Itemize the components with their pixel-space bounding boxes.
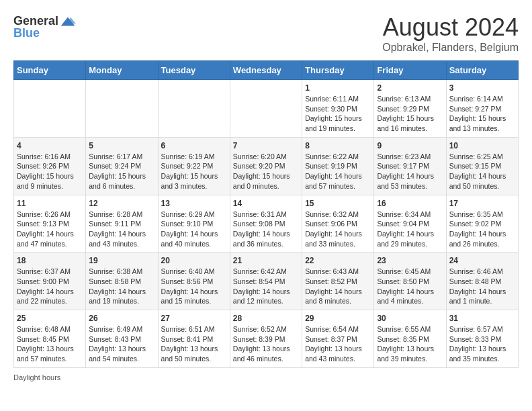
day-number: 2 (377, 83, 443, 93)
day-content: Sunrise: 6:16 AM Sunset: 9:26 PM Dayligh… (17, 152, 83, 191)
footer-text: Daylight hours (13, 373, 60, 381)
calendar-cell: 7Sunrise: 6:20 AM Sunset: 9:20 PM Daylig… (230, 137, 302, 195)
day-content: Sunrise: 6:22 AM Sunset: 9:19 PM Dayligh… (305, 152, 371, 191)
day-content: Sunrise: 6:42 AM Sunset: 8:54 PM Dayligh… (233, 267, 299, 306)
day-content: Sunrise: 6:38 AM Sunset: 8:58 PM Dayligh… (89, 267, 154, 306)
week-row-3: 11Sunrise: 6:26 AM Sunset: 9:13 PM Dayli… (14, 195, 519, 253)
calendar-cell: 20Sunrise: 6:40 AM Sunset: 8:56 PM Dayli… (158, 253, 230, 310)
day-content: Sunrise: 6:35 AM Sunset: 9:02 PM Dayligh… (449, 210, 515, 249)
day-number: 28 (233, 314, 299, 323)
day-content: Sunrise: 6:32 AM Sunset: 9:06 PM Dayligh… (305, 210, 371, 249)
day-content: Sunrise: 6:37 AM Sunset: 9:00 PM Dayligh… (17, 267, 83, 306)
day-content: Sunrise: 6:57 AM Sunset: 8:33 PM Dayligh… (449, 324, 515, 364)
calendar-cell: 9Sunrise: 6:23 AM Sunset: 9:17 PM Daylig… (374, 137, 446, 195)
day-header-sunday: Sunday (14, 61, 86, 80)
day-content: Sunrise: 6:19 AM Sunset: 9:22 PM Dayligh… (161, 152, 227, 191)
day-content: Sunrise: 6:43 AM Sunset: 8:52 PM Dayligh… (305, 267, 371, 306)
day-content: Sunrise: 6:23 AM Sunset: 9:17 PM Dayligh… (377, 152, 443, 191)
day-number: 30 (377, 314, 443, 323)
day-content: Sunrise: 6:51 AM Sunset: 8:41 PM Dayligh… (161, 324, 227, 364)
day-number: 29 (305, 314, 371, 323)
day-number: 17 (449, 199, 515, 208)
calendar-cell: 27Sunrise: 6:51 AM Sunset: 8:41 PM Dayli… (158, 310, 230, 368)
calendar-cell: 11Sunrise: 6:26 AM Sunset: 9:13 PM Dayli… (14, 195, 86, 253)
day-content: Sunrise: 6:11 AM Sunset: 9:30 PM Dayligh… (305, 94, 371, 134)
day-number: 12 (89, 199, 154, 208)
day-number: 4 (17, 141, 83, 150)
day-header-tuesday: Tuesday (158, 61, 230, 80)
calendar-cell: 12Sunrise: 6:28 AM Sunset: 9:11 PM Dayli… (86, 195, 158, 253)
day-content: Sunrise: 6:29 AM Sunset: 9:10 PM Dayligh… (161, 210, 227, 249)
day-header-monday: Monday (86, 61, 158, 80)
day-content: Sunrise: 6:45 AM Sunset: 8:50 PM Dayligh… (377, 267, 443, 306)
day-number: 7 (233, 141, 299, 150)
calendar-cell: 18Sunrise: 6:37 AM Sunset: 9:00 PM Dayli… (14, 253, 86, 310)
day-number: 27 (161, 314, 227, 323)
calendar-cell: 4Sunrise: 6:16 AM Sunset: 9:26 PM Daylig… (14, 137, 86, 195)
day-number: 3 (449, 83, 515, 93)
calendar-cell: 25Sunrise: 6:48 AM Sunset: 8:45 PM Dayli… (14, 310, 86, 368)
day-number: 8 (305, 141, 371, 150)
day-content: Sunrise: 6:28 AM Sunset: 9:11 PM Dayligh… (89, 210, 154, 249)
calendar-cell: 24Sunrise: 6:46 AM Sunset: 8:48 PM Dayli… (446, 253, 518, 310)
calendar-cell: 6Sunrise: 6:19 AM Sunset: 9:22 PM Daylig… (158, 137, 230, 195)
calendar-cell: 23Sunrise: 6:45 AM Sunset: 8:50 PM Dayli… (374, 253, 446, 310)
logo-blue-text: Blue (13, 27, 40, 40)
calendar-cell: 15Sunrise: 6:32 AM Sunset: 9:06 PM Dayli… (302, 195, 374, 253)
calendar-cell: 29Sunrise: 6:54 AM Sunset: 8:37 PM Dayli… (302, 310, 374, 368)
day-number: 1 (305, 83, 371, 93)
calendar-cell: 30Sunrise: 6:55 AM Sunset: 8:35 PM Dayli… (374, 310, 446, 368)
calendar-cell: 2Sunrise: 6:13 AM Sunset: 9:29 PM Daylig… (374, 80, 446, 138)
calendar-cell: 8Sunrise: 6:22 AM Sunset: 9:19 PM Daylig… (302, 137, 374, 195)
day-content: Sunrise: 6:17 AM Sunset: 9:24 PM Dayligh… (89, 152, 154, 191)
calendar-cell: 13Sunrise: 6:29 AM Sunset: 9:10 PM Dayli… (158, 195, 230, 253)
calendar-cell: 16Sunrise: 6:34 AM Sunset: 9:04 PM Dayli… (374, 195, 446, 253)
page-header: General Blue August 2024 Opbrakel, Fland… (13, 13, 519, 54)
day-number: 16 (377, 199, 443, 208)
title-block: August 2024 Opbrakel, Flanders, Belgium (382, 13, 519, 54)
calendar-cell (14, 80, 86, 138)
day-header-wednesday: Wednesday (230, 61, 302, 80)
logo: General Blue (13, 13, 76, 40)
day-content: Sunrise: 6:13 AM Sunset: 9:29 PM Dayligh… (377, 94, 443, 134)
day-header-thursday: Thursday (302, 61, 374, 80)
day-number: 19 (89, 256, 154, 265)
day-number: 24 (449, 256, 515, 265)
day-number: 13 (161, 199, 227, 208)
calendar-cell: 1Sunrise: 6:11 AM Sunset: 9:30 PM Daylig… (302, 80, 374, 138)
day-number: 22 (305, 256, 371, 265)
day-header-saturday: Saturday (446, 61, 518, 80)
week-row-5: 25Sunrise: 6:48 AM Sunset: 8:45 PM Dayli… (14, 310, 519, 368)
month-year-title: August 2024 (382, 13, 519, 42)
day-content: Sunrise: 6:46 AM Sunset: 8:48 PM Dayligh… (449, 267, 515, 306)
week-row-4: 18Sunrise: 6:37 AM Sunset: 9:00 PM Dayli… (14, 253, 519, 310)
calendar-cell: 5Sunrise: 6:17 AM Sunset: 9:24 PM Daylig… (86, 137, 158, 195)
day-content: Sunrise: 6:34 AM Sunset: 9:04 PM Dayligh… (377, 210, 443, 249)
day-number: 9 (377, 141, 443, 150)
day-number: 5 (89, 141, 154, 150)
day-content: Sunrise: 6:52 AM Sunset: 8:39 PM Dayligh… (233, 324, 299, 364)
day-content: Sunrise: 6:48 AM Sunset: 8:45 PM Dayligh… (17, 324, 83, 364)
calendar-cell: 19Sunrise: 6:38 AM Sunset: 8:58 PM Dayli… (86, 253, 158, 310)
location-title: Opbrakel, Flanders, Belgium (382, 42, 519, 54)
day-number: 10 (449, 141, 515, 150)
calendar-cell: 10Sunrise: 6:25 AM Sunset: 9:15 PM Dayli… (446, 137, 518, 195)
calendar-cell: 17Sunrise: 6:35 AM Sunset: 9:02 PM Dayli… (446, 195, 518, 253)
week-row-1: 1Sunrise: 6:11 AM Sunset: 9:30 PM Daylig… (14, 80, 519, 138)
calendar-cell: 28Sunrise: 6:52 AM Sunset: 8:39 PM Dayli… (230, 310, 302, 368)
week-row-2: 4Sunrise: 6:16 AM Sunset: 9:26 PM Daylig… (14, 137, 519, 195)
day-content: Sunrise: 6:25 AM Sunset: 9:15 PM Dayligh… (449, 152, 515, 191)
day-header-friday: Friday (374, 61, 446, 80)
day-number: 23 (377, 256, 443, 265)
day-number: 15 (305, 199, 371, 208)
day-content: Sunrise: 6:20 AM Sunset: 9:20 PM Dayligh… (233, 152, 299, 191)
day-number: 25 (17, 314, 83, 323)
calendar-cell: 26Sunrise: 6:49 AM Sunset: 8:43 PM Dayli… (86, 310, 158, 368)
logo-icon (60, 13, 76, 30)
day-content: Sunrise: 6:40 AM Sunset: 8:56 PM Dayligh… (161, 267, 227, 306)
calendar-cell: 3Sunrise: 6:14 AM Sunset: 9:27 PM Daylig… (446, 80, 518, 138)
day-number: 14 (233, 199, 299, 208)
day-content: Sunrise: 6:26 AM Sunset: 9:13 PM Dayligh… (17, 210, 83, 249)
calendar-cell (86, 80, 158, 138)
calendar-table: SundayMondayTuesdayWednesdayThursdayFrid… (13, 60, 519, 368)
